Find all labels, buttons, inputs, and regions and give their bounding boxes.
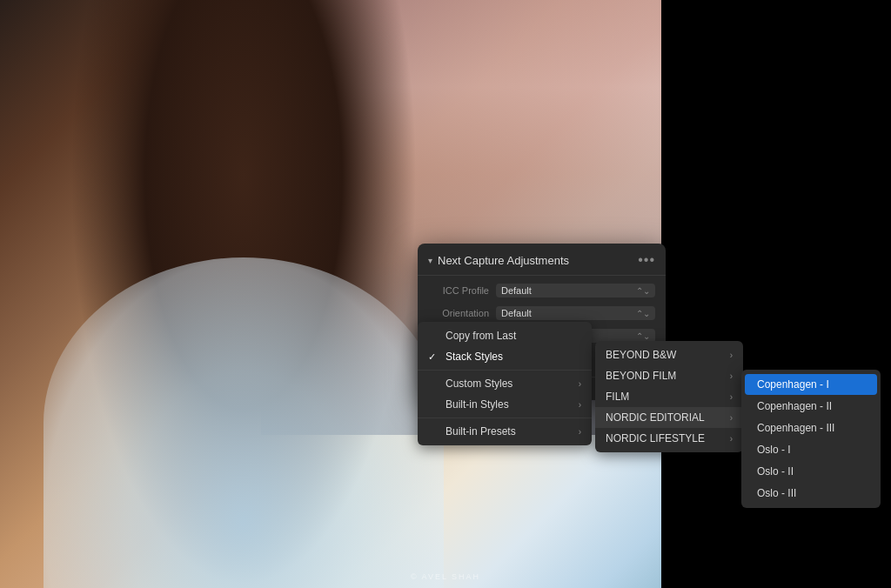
other-arrows: ⌃⌄: [636, 331, 650, 341]
submenu-nordic-lifestyle[interactable]: NORDIC LIFESTYLE ›: [595, 428, 743, 449]
check-icon-custom-styles: [428, 378, 440, 389]
submenu-beyond-bw[interactable]: BEYOND B&W ›: [595, 344, 743, 365]
nordic-lifestyle-label: NORDIC LIFESTYLE: [606, 432, 705, 444]
icc-profile-label: ICC Profile: [428, 285, 489, 296]
submenu2-oslo-iii[interactable]: Oslo - III: [745, 483, 877, 504]
film-arrow: ›: [730, 392, 733, 402]
dropdown-built-in-presets[interactable]: Built-in Presets ›: [418, 421, 592, 442]
icc-profile-value: Default: [501, 285, 532, 296]
submenu-beyond-film[interactable]: BEYOND FILM ›: [595, 365, 743, 386]
icc-profile-row: ICC Profile Default ⌃⌄: [418, 279, 666, 302]
panel-relative-wrapper: ▾ Next Capture Adjustments ••• ICC Profi…: [418, 244, 666, 400]
submenu-nordic-editorial[interactable]: NORDIC EDITORIAL ›: [595, 407, 743, 428]
orientation-label: Orientation: [428, 308, 489, 318]
panel-header-left: ▾ Next Capture Adjustments: [428, 254, 569, 267]
panel-title: Next Capture Adjustments: [438, 254, 569, 267]
dropdown-built-in-styles[interactable]: Built-in Styles ›: [418, 394, 592, 415]
stack-styles-label: Stack Styles: [446, 351, 503, 363]
custom-styles-label: Custom Styles: [446, 378, 573, 390]
built-in-styles-arrow: ›: [579, 400, 581, 410]
submenu2-copenhagen-i[interactable]: Copenhagen - I: [745, 374, 877, 395]
watermark: © AVEL SHAH: [411, 572, 480, 581]
dropdown-custom-styles[interactable]: Custom Styles ›: [418, 373, 592, 394]
orientation-select[interactable]: Default ⌃⌄: [496, 306, 655, 320]
styles-dropdown-menu: Copy from Last ✓ Stack Styles Custom Sty…: [418, 322, 592, 445]
built-in-presets-arrow: ›: [579, 427, 581, 437]
submenu-nordic-editorial-items: Copenhagen - I Copenhagen - II Copenhage…: [741, 370, 881, 508]
check-icon-built-in-styles: [428, 399, 440, 410]
dropdown-divider-2: [418, 418, 592, 418]
check-icon-copy-from-last: [428, 331, 440, 341]
nordic-lifestyle-arrow: ›: [730, 434, 733, 444]
nordic-editorial-arrow: ›: [730, 413, 733, 423]
nordic-editorial-label: NORDIC EDITORIAL: [606, 411, 705, 424]
icc-profile-arrows: ⌃⌄: [636, 286, 650, 296]
check-icon-built-in-presets: [428, 426, 440, 437]
orientation-value: Default: [501, 308, 532, 318]
submenu-level1-wrapper: BEYOND B&W › BEYOND FILM › FILM › NORDIC…: [592, 341, 743, 452]
submenu-level2-wrapper: Copenhagen - I Copenhagen - II Copenhage…: [738, 370, 881, 508]
beyond-film-label: BEYOND FILM: [606, 370, 676, 382]
submenu2-copenhagen-iii[interactable]: Copenhagen - III: [745, 418, 877, 438]
film-label: FILM: [606, 391, 629, 403]
panel-header: ▾ Next Capture Adjustments •••: [418, 244, 666, 276]
beyond-film-arrow: ›: [730, 371, 733, 381]
panel-more-button[interactable]: •••: [638, 252, 655, 268]
check-icon-stack-styles: ✓: [428, 351, 440, 363]
submenu2-oslo-ii[interactable]: Oslo - II: [745, 461, 877, 482]
dress-overlay: [44, 257, 444, 588]
icc-profile-select[interactable]: Default ⌃⌄: [496, 284, 655, 297]
dropdown-divider-1: [418, 370, 592, 371]
beyond-bw-arrow: ›: [730, 351, 733, 360]
dropdown-copy-from-last[interactable]: Copy from Last: [418, 325, 592, 346]
submenu-film[interactable]: FILM ›: [595, 386, 743, 407]
submenu2-oslo-i[interactable]: Oslo - I: [745, 439, 877, 460]
submenu-custom-styles: BEYOND B&W › BEYOND FILM › FILM › NORDIC…: [595, 341, 743, 452]
panel-collapse-icon[interactable]: ▾: [428, 256, 432, 265]
panel-container: ▾ Next Capture Adjustments ••• ICC Profi…: [418, 244, 666, 400]
built-in-presets-label: Built-in Presets: [446, 425, 573, 438]
custom-styles-arrow: ›: [579, 379, 581, 389]
submenu2-copenhagen-ii[interactable]: Copenhagen - II: [745, 396, 877, 417]
beyond-bw-label: BEYOND B&W: [606, 349, 676, 361]
built-in-styles-label: Built-in Styles: [446, 398, 573, 411]
dropdown-stack-styles[interactable]: ✓ Stack Styles: [418, 346, 592, 367]
orientation-arrows: ⌃⌄: [636, 309, 650, 318]
copy-from-last-label: Copy from Last: [446, 330, 516, 342]
